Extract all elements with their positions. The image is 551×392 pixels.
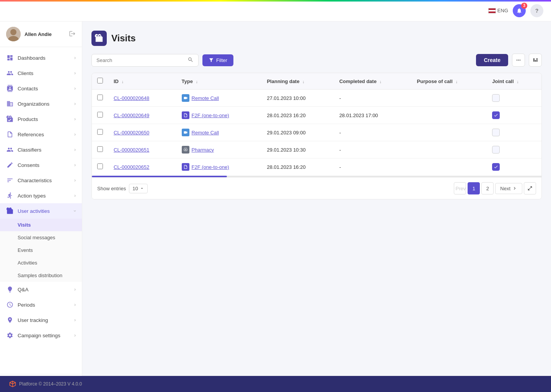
consents-icon — [6, 161, 14, 169]
table-row: CL-0000020651 Pharmacy 29.01.2023 10:30 … — [92, 141, 541, 158]
create-button[interactable]: Create — [476, 54, 508, 66]
filter-label: Filter — [216, 57, 227, 63]
filter-icon — [209, 57, 214, 63]
purpose-of-call — [412, 107, 487, 124]
completed-date: - — [334, 124, 412, 141]
language-selector[interactable]: ENG — [488, 8, 508, 13]
action-types-label: Action types — [18, 193, 70, 199]
type-badge: Remote Call — [182, 94, 256, 102]
expand-table-button[interactable] — [524, 182, 536, 194]
row-checkbox[interactable] — [97, 129, 103, 135]
joint-call-checkbox[interactable] — [492, 111, 500, 119]
joint-call-checkbox[interactable] — [492, 94, 500, 102]
completed-date: - — [334, 141, 412, 158]
sidebar-subitem-visits[interactable]: Visits — [0, 219, 82, 231]
sidebar-item-classifiers[interactable]: Classifiers › — [0, 142, 82, 157]
layout: Allen Andie Dashboards › Clie — [0, 21, 551, 392]
type-label[interactable]: F2F (one-to-one) — [192, 164, 229, 170]
joint-call-checkbox[interactable] — [492, 163, 500, 171]
record-id-link[interactable]: CL-0000020650 — [114, 130, 149, 136]
sidebar-item-user-activities[interactable]: User activities › — [0, 203, 82, 219]
show-entries: Show entries 10 — [97, 184, 148, 193]
sidebar-subitem-events[interactable]: Events — [0, 244, 82, 256]
page-2-button[interactable]: 2 — [481, 182, 494, 194]
periods-icon — [6, 301, 14, 309]
sidebar-item-action-types[interactable]: Action types › — [0, 188, 82, 203]
table-row: CL-0000020652 F2F (one-to-one) 28.01.202… — [92, 158, 541, 176]
record-id-link[interactable]: CL-0000020652 — [114, 164, 149, 170]
planning-date: 28.01.2023 16:20 — [261, 158, 334, 176]
scroll-thumb — [92, 176, 227, 177]
search-wrapper — [91, 54, 199, 67]
column-toggle-button[interactable] — [529, 54, 542, 67]
next-page-button[interactable]: Next — [495, 183, 522, 194]
page-1-button[interactable]: 1 — [468, 182, 480, 194]
next-icon — [512, 186, 517, 191]
help-button[interactable]: ? — [530, 4, 543, 17]
search-input[interactable] — [96, 57, 184, 63]
type-label[interactable]: F2F (one-to-one) — [192, 113, 229, 118]
consents-chevron: › — [74, 162, 76, 168]
classifiers-icon — [6, 146, 14, 154]
sidebar-item-user-tracking[interactable]: User tracking › — [0, 312, 82, 328]
user-activities-icon — [6, 207, 14, 215]
sidebar-subitem-social-messages[interactable]: Social messages — [0, 231, 82, 244]
record-id-link[interactable]: CL-0000020651 — [114, 147, 149, 153]
notifications-bell[interactable]: 3 — [513, 4, 526, 17]
username-label: Allen Andie — [24, 31, 65, 37]
joint-call-checkbox[interactable] — [492, 129, 500, 136]
entries-count-select[interactable]: 10 — [129, 184, 147, 193]
type-label[interactable]: Remote Call — [192, 95, 219, 101]
sidebar-item-consents[interactable]: Consents › — [0, 157, 82, 173]
row-checkbox[interactable] — [97, 112, 103, 118]
references-label: References — [18, 132, 70, 137]
more-options-button[interactable] — [512, 54, 525, 67]
type-icon — [182, 94, 189, 102]
sidebar-item-dashboards[interactable]: Dashboards › — [0, 50, 82, 65]
record-id-link[interactable]: CL-0000020649 — [114, 113, 149, 118]
sidebar-item-products[interactable]: Products › — [0, 111, 82, 127]
action-types-icon — [6, 192, 14, 199]
filter-button[interactable]: Filter — [202, 54, 233, 66]
sidebar-item-organizations[interactable]: Organizations › — [0, 96, 82, 111]
classifiers-label: Classifiers — [18, 147, 70, 153]
completed-date: - — [334, 90, 412, 107]
user-activities-label: User activities — [18, 208, 70, 214]
select-all-checkbox[interactable] — [97, 78, 103, 83]
type-icon — [182, 129, 189, 136]
sidebar-subitem-samples-distribution[interactable]: Samples distribution — [0, 269, 82, 282]
row-checkbox[interactable] — [97, 146, 103, 152]
joint-call-checkbox[interactable] — [492, 146, 500, 154]
planning-date: 29.01.2023 10:30 — [261, 141, 334, 158]
sidebar-item-campaign-settings[interactable]: Campaign settings › — [0, 328, 82, 343]
search-button[interactable] — [187, 57, 194, 64]
row-checkbox[interactable] — [97, 95, 103, 100]
main-content: Visits Filter Create — [82, 21, 551, 392]
periods-chevron: › — [74, 302, 76, 307]
next-label: Next — [500, 186, 510, 191]
purpose-of-call — [412, 141, 487, 158]
sidebar-subitem-activities[interactable]: Activities — [0, 256, 82, 269]
type-label[interactable]: Remote Call — [192, 130, 219, 136]
prev-page-button[interactable]: Prev — [454, 182, 466, 194]
bell-icon — [516, 8, 522, 14]
logout-button[interactable] — [69, 30, 76, 38]
scroll-indicator — [92, 176, 541, 177]
record-id-link[interactable]: CL-0000020648 — [114, 95, 149, 101]
sidebar-item-references[interactable]: References › — [0, 127, 82, 142]
clients-chevron: › — [74, 70, 76, 76]
dashboards-label: Dashboards — [18, 55, 70, 61]
sidebar-item-periods[interactable]: Periods › — [0, 297, 82, 312]
consents-label: Consents — [18, 162, 70, 168]
sidebar-item-characteristics[interactable]: Characteristics › — [0, 173, 82, 188]
col-id: ID ↓ — [108, 73, 176, 90]
campaign-settings-icon — [6, 332, 14, 339]
sidebar-item-contacts[interactable]: Contacts › — [0, 81, 82, 96]
row-checkbox[interactable] — [97, 163, 103, 169]
sidebar-item-qa[interactable]: Q&A › — [0, 282, 82, 297]
entries-dropdown-icon — [140, 186, 144, 191]
toolbar: Filter Create — [91, 54, 542, 67]
sidebar-item-clients[interactable]: Clients › — [0, 65, 82, 81]
type-label[interactable]: Pharmacy — [192, 147, 214, 153]
products-label: Products — [18, 116, 70, 122]
